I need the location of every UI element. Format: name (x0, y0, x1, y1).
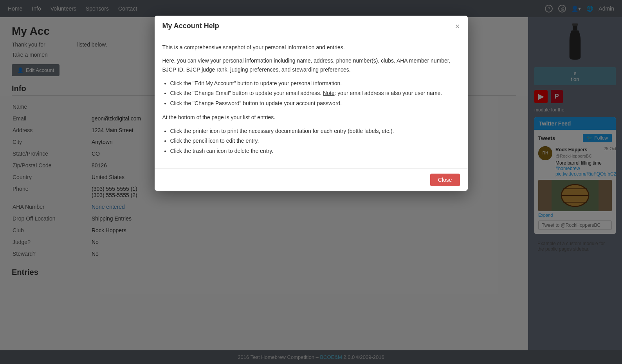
modal-close-button[interactable]: × (455, 22, 460, 30)
modal-bullet1-1: Click the "Edit My Account" button to up… (170, 79, 460, 88)
close-button[interactable]: Close (430, 174, 460, 186)
modal-entries-text: At the bottom of the page is your list o… (162, 113, 460, 122)
modal-bullets2: Click the printer icon to print the nece… (170, 126, 460, 156)
modal-bullet2-2: Click the pencil icon to edit the entry. (170, 136, 460, 146)
modal-bullet2-1: Click the printer icon to print the nece… (170, 126, 460, 136)
modal-bullet2-3: Click the trash can icon to delete the e… (170, 146, 460, 156)
modal-bullet1-3: Click the "Change Password" button to up… (170, 99, 460, 108)
modal-intro2: Here, you can view your personal informa… (162, 56, 460, 74)
modal-bullets1: Click the "Edit My Account" button to up… (170, 79, 460, 108)
modal-intro1: This is a comprehensive snapshot of your… (162, 43, 460, 52)
modal-title: My Account Help (162, 22, 219, 30)
modal-header: My Account Help × (155, 16, 468, 35)
modal-body: This is a comprehensive snapshot of your… (155, 35, 468, 169)
modal-dialog: My Account Help × This is a comprehensiv… (155, 16, 468, 191)
modal-footer: Close (155, 169, 468, 191)
modal-bullet1-2: Click the "Change Email" button to updat… (170, 88, 460, 98)
modal-overlay: My Account Help × This is a comprehensiv… (0, 0, 622, 364)
